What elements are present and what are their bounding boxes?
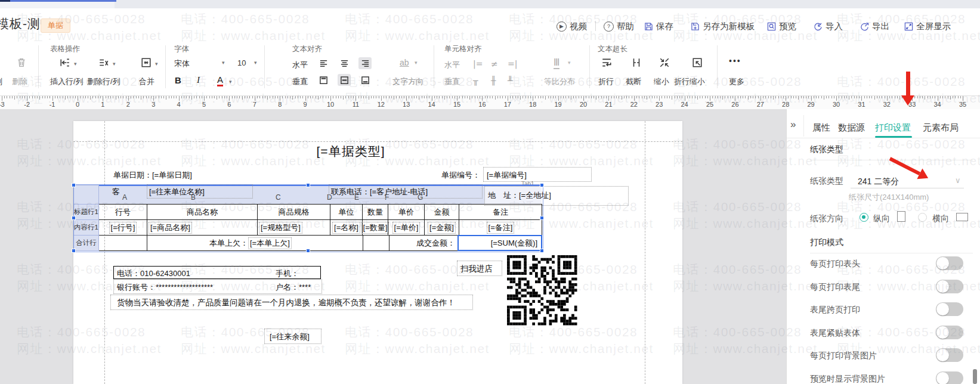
ruler-minor-tick <box>568 96 569 98</box>
ruler-minor-tick <box>169 96 169 98</box>
delete-row-col-label[interactable]: 删除行/列 <box>87 76 120 87</box>
ruler-minor-tick <box>753 96 753 98</box>
action-save-as[interactable]: 另存为新模板 <box>691 20 755 33</box>
ruler-minor-tick <box>166 96 166 100</box>
tab-元素布局[interactable]: 元素布局 <box>923 122 959 134</box>
ruler-minor-tick <box>644 96 645 98</box>
toggle-off[interactable] <box>936 256 963 270</box>
ruler-number: 9 <box>304 101 307 108</box>
caret-down-icon[interactable]: ▾ <box>113 61 116 67</box>
toggle-off[interactable] <box>936 280 963 293</box>
toggle-label: 每页打印表头 <box>810 259 860 270</box>
ruler-number: 35 <box>959 101 966 108</box>
toolbar-divider <box>264 45 265 88</box>
action-help[interactable]: ?帮助 <box>604 20 634 33</box>
annotation-arrow-ruler <box>898 72 919 106</box>
font-family-select[interactable]: 宋体 <box>174 58 190 69</box>
insert-row-col-icon[interactable] <box>60 57 70 68</box>
truncate-text-icon[interactable] <box>631 57 642 68</box>
font-size-select[interactable]: 10 <box>237 58 246 67</box>
landscape-label[interactable]: 横向 <box>932 213 949 224</box>
ruler-minor-tick <box>477 96 478 98</box>
cell-align-right-icon[interactable]: =| <box>508 59 517 69</box>
align-center-icon[interactable] <box>338 57 351 69</box>
wrap-text-label[interactable]: 折行 <box>598 76 614 87</box>
paper-type-select[interactable]: 241 二等分 <box>858 176 899 187</box>
ruler-minor-tick <box>245 96 245 98</box>
tab-属性[interactable]: 属性 <box>812 122 830 134</box>
ruler-major-tick <box>52 96 53 101</box>
caret-down-icon[interactable]: ▾ <box>229 79 232 85</box>
ruler-minor-tick <box>763 96 763 98</box>
caret-down-icon[interactable]: ▾ <box>222 60 225 66</box>
valign-top-icon[interactable] <box>317 74 330 86</box>
delete-row-col-icon[interactable] <box>98 57 109 68</box>
action-preview[interactable]: 预览 <box>767 20 796 33</box>
insert-row-col-label[interactable]: 插入行/列 <box>50 76 84 87</box>
italic-button[interactable]: I <box>197 75 200 85</box>
portrait-label[interactable]: 纵向 <box>873 213 890 224</box>
shrink-text-icon[interactable] <box>659 57 670 68</box>
tab-打印设置[interactable]: 打印设置 <box>875 122 911 134</box>
cell-valign-bottom-icon[interactable]: ╨ <box>508 76 512 85</box>
action-export[interactable]: 导出 <box>860 20 889 33</box>
bold-button[interactable]: B <box>175 75 181 85</box>
align-right-icon[interactable] <box>358 57 372 69</box>
caret-down-icon[interactable]: ▾ <box>155 61 158 67</box>
action-play[interactable]: ▶视频 <box>557 20 587 33</box>
caret-down-icon[interactable]: ▾ <box>254 60 257 66</box>
tab-数据源[interactable]: 数据源 <box>838 122 865 134</box>
collapse-panel-icon[interactable]: » <box>790 119 796 131</box>
cell-valign-middle-icon[interactable]: ╫ <box>491 76 496 85</box>
caret-down-icon[interactable]: ▾ <box>415 60 418 66</box>
action-save[interactable]: 保存 <box>644 20 673 33</box>
cell-align-center-icon[interactable]: ≠ <box>491 59 498 69</box>
wrap-text-icon[interactable] <box>601 57 612 68</box>
ruler-major-tick <box>457 96 457 101</box>
shrink-text-label[interactable]: 缩小 <box>654 76 669 87</box>
ruler-minor-tick <box>758 96 759 98</box>
wrap-shrink-icon[interactable] <box>692 57 703 68</box>
action-fullscreen[interactable]: 全屏显示 <box>904 20 951 33</box>
ruler-minor-tick <box>328 96 329 98</box>
chevron-down-icon[interactable]: ∨ <box>955 176 961 185</box>
toggle-off[interactable] <box>936 302 963 316</box>
panel-scrollbar-thumb[interactable] <box>973 369 977 384</box>
cell-valign-top-icon[interactable]: ╥ <box>473 76 478 85</box>
ruler-major-tick <box>305 96 306 101</box>
toggle-off[interactable] <box>936 348 963 362</box>
text-overflow-ab-icon[interactable]: ab <box>400 58 409 67</box>
distribute-evenly-icon[interactable]: Ⅲ <box>554 57 559 69</box>
toggle-off[interactable] <box>936 371 963 384</box>
template-page[interactable] <box>73 121 682 384</box>
export-icon <box>860 22 869 31</box>
align-left-icon[interactable] <box>317 57 330 69</box>
more-dots-icon[interactable]: ••• <box>729 56 741 66</box>
toggle-off[interactable] <box>936 326 963 339</box>
ruler-minor-tick <box>652 96 653 98</box>
caret-down-icon[interactable]: ▾ <box>568 60 571 66</box>
cell-align-left-icon[interactable]: |= <box>473 59 483 69</box>
ruler-minor-tick <box>237 96 237 98</box>
merge-cells-icon[interactable] <box>141 57 152 68</box>
ruler-minor-tick <box>859 96 860 98</box>
font-color-button[interactable]: A <box>217 75 223 86</box>
landscape-radio[interactable] <box>918 213 927 222</box>
truncate-text-label[interactable]: 截断 <box>626 76 641 87</box>
ruler-minor-tick <box>67 96 68 98</box>
ruler-number: 20 <box>580 101 587 108</box>
template-title: 模板-测 <box>0 16 41 32</box>
more-button-label[interactable]: 更多 <box>729 76 744 87</box>
delete-icon[interactable] <box>16 57 27 68</box>
action-import[interactable]: 导入 <box>814 20 843 33</box>
wrap-shrink-label[interactable]: 折行缩小 <box>674 76 705 87</box>
ruler-minor-tick <box>73 96 73 98</box>
valign-bottom-icon[interactable] <box>358 74 372 86</box>
valign-middle-icon[interactable] <box>338 74 351 86</box>
delete-button-label[interactable]: 删除 <box>12 76 27 87</box>
portrait-radio[interactable] <box>860 213 868 222</box>
distribute-evenly-label[interactable]: 等比分布 <box>544 76 575 87</box>
text-direction-button[interactable]: 文字方向 <box>392 76 423 87</box>
merge-cells-label[interactable]: 合并 <box>139 76 154 87</box>
caret-down-icon[interactable]: ▾ <box>74 61 77 67</box>
